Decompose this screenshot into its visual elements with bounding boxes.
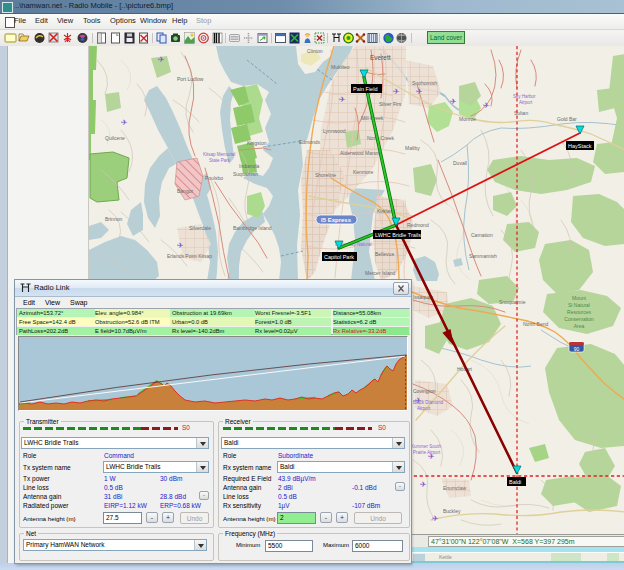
svg-text:I5 Express: I5 Express — [321, 217, 352, 223]
svg-text:Everett: Everett — [370, 54, 391, 61]
svg-text:✈: ✈ — [121, 118, 128, 127]
svg-text:Carnation: Carnation — [471, 232, 493, 238]
svg-text:North Bend: North Bend — [523, 321, 549, 327]
svg-text:Monroe: Monroe — [459, 116, 476, 122]
svg-text:Duvall: Duvall — [453, 160, 467, 166]
svg-text:Covington: Covington — [413, 388, 436, 394]
svg-text:Alderwood Manor: Alderwood Manor — [340, 150, 380, 156]
svg-text:Port Ludlow: Port Ludlow — [177, 76, 204, 82]
svg-text:✈: ✈ — [420, 480, 427, 489]
svg-text:Mount: Mount — [572, 295, 587, 301]
svg-text:Shoreline: Shoreline — [315, 172, 336, 178]
svg-text:Resources: Resources — [567, 309, 591, 315]
svg-text:Conservation: Conservation — [564, 316, 594, 322]
svg-text:Sultan: Sultan — [514, 110, 528, 116]
svg-text:90: 90 — [574, 346, 580, 352]
svg-text:✈: ✈ — [177, 241, 184, 250]
svg-text:Enumclaw: Enumclaw — [443, 485, 466, 491]
svg-text:✈: ✈ — [393, 87, 400, 96]
svg-text:✈: ✈ — [158, 55, 165, 64]
svg-text:HayStack: HayStack — [568, 143, 592, 149]
svg-text:✈: ✈ — [415, 396, 422, 405]
svg-text:State Park: State Park — [209, 158, 231, 163]
svg-text:Erlands Point Kitsap: Erlands Point Kitsap — [167, 253, 212, 259]
svg-text:Redmond: Redmond — [407, 222, 429, 228]
svg-text:✈: ✈ — [428, 452, 435, 461]
svg-text:Airport: Airport — [417, 406, 431, 411]
svg-text:Capitol Park: Capitol Park — [324, 254, 354, 260]
svg-text:Bainbridge Island: Bainbridge Island — [233, 225, 272, 231]
svg-text:Area: Area — [574, 323, 585, 329]
svg-text:✈: ✈ — [432, 514, 439, 523]
svg-text:Kummer South: Kummer South — [411, 444, 442, 449]
svg-text:✈: ✈ — [416, 87, 423, 96]
svg-text:Airport: Airport — [519, 100, 533, 105]
svg-text:Snohomish: Snohomish — [412, 80, 437, 86]
svg-text:Suquamish: Suquamish — [233, 171, 258, 177]
svg-text:North Creek: North Creek — [367, 135, 394, 141]
svg-text:Silverdale: Silverdale — [189, 225, 211, 231]
svg-text:Baldi: Baldi — [509, 479, 521, 485]
svg-text:Clinton: Clinton — [307, 48, 323, 54]
svg-text:Quilcene: Quilcene — [105, 135, 125, 141]
svg-text:Buckley: Buckley — [443, 508, 461, 514]
svg-text:Kitsap Memorial: Kitsap Memorial — [203, 152, 235, 157]
svg-text:Lynnwood: Lynnwood — [323, 128, 346, 134]
svg-text:Kenmore: Kenmore — [353, 169, 374, 175]
svg-text:Bellevue: Bellevue — [375, 251, 394, 257]
svg-text:Maltby: Maltby — [405, 145, 420, 151]
svg-text:Mukilteo: Mukilteo — [331, 64, 350, 70]
svg-text:Sammamish: Sammamish — [469, 253, 497, 259]
svg-text:Poulsbo: Poulsbo — [205, 175, 223, 181]
svg-text:Kingston: Kingston — [247, 140, 267, 146]
svg-text:LWHC Bridle Trails: LWHC Bridle Trails — [375, 232, 421, 238]
svg-text:Indianola: Indianola — [239, 163, 260, 169]
svg-text:Bangor: Bangor — [177, 188, 193, 194]
svg-text:Prairie Airport: Prairie Airport — [413, 450, 441, 455]
svg-text:Pain Field: Pain Field — [353, 86, 377, 92]
svg-text:Edmonds: Edmonds — [299, 139, 321, 145]
svg-text:Snoqualmie: Snoqualmie — [499, 299, 526, 305]
svg-text:Silver Firs: Silver Firs — [379, 101, 402, 107]
svg-text:✈: ✈ — [339, 95, 346, 104]
svg-text:✈: ✈ — [450, 97, 457, 106]
svg-text:✈: ✈ — [483, 101, 490, 110]
svg-text:Si Natural: Si Natural — [568, 302, 590, 308]
svg-text:Mercer Island: Mercer Island — [365, 270, 396, 276]
svg-text:Gold Bar: Gold Bar — [557, 116, 577, 122]
svg-text:Brinnon: Brinnon — [105, 216, 122, 222]
